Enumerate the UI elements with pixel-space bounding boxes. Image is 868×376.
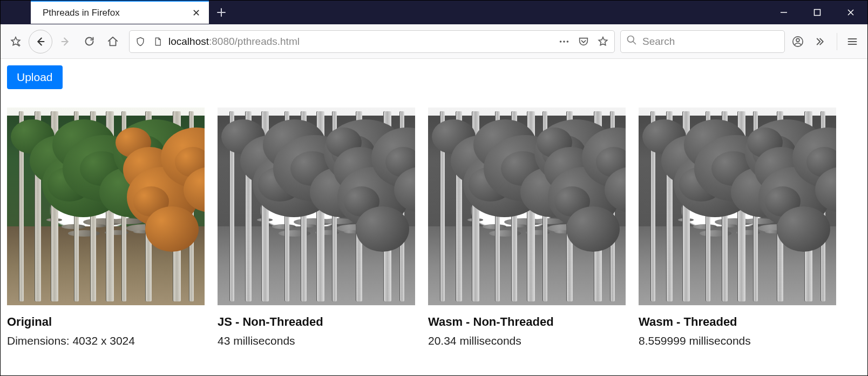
card-title: JS - Non-Threaded xyxy=(218,315,415,329)
reload-button[interactable] xyxy=(78,31,100,52)
window-close-button[interactable] xyxy=(834,1,867,24)
result-card: Wasm - Non-Threaded20.34 milliseconds xyxy=(428,108,626,347)
card-subtext: Dimensions: 4032 x 3024 xyxy=(7,334,205,347)
page-actions-icon[interactable] xyxy=(557,35,571,49)
thumbnail-image xyxy=(428,108,626,305)
result-card: OriginalDimensions: 4032 x 3024 xyxy=(7,108,205,347)
close-tab-icon[interactable]: ✕ xyxy=(191,8,201,18)
separator xyxy=(837,33,837,50)
menu-icon[interactable] xyxy=(842,31,863,52)
account-icon[interactable] xyxy=(787,31,809,52)
card-title: Wasm - Threaded xyxy=(639,315,836,329)
search-placeholder: Search xyxy=(642,36,675,48)
forward-button[interactable] xyxy=(55,31,76,52)
bookmark-star-icon[interactable] xyxy=(596,35,610,49)
browser-tab[interactable]: Pthreads in Firefox ✕ xyxy=(31,1,209,24)
home-button[interactable] xyxy=(102,31,124,52)
pocket-icon[interactable] xyxy=(577,35,591,49)
thumbnail-image xyxy=(639,108,836,305)
upload-button[interactable]: Upload xyxy=(7,65,63,89)
card-subtext: 43 milliseconds xyxy=(218,334,415,347)
titlebar: Pthreads in Firefox ✕ xyxy=(1,1,867,24)
card-title: Wasm - Non-Threaded xyxy=(428,315,626,329)
url-actions xyxy=(557,35,610,49)
toolbar: localhost:8080/pthreads.html Search xyxy=(1,24,867,59)
search-bar[interactable]: Search xyxy=(620,30,785,53)
thumbnail-image xyxy=(7,108,205,305)
image-gallery: OriginalDimensions: 4032 x 3024 JS - Non… xyxy=(7,108,861,347)
minimize-button[interactable] xyxy=(767,1,801,24)
card-subtext: 20.34 milliseconds xyxy=(428,334,626,347)
svg-point-2 xyxy=(563,41,565,43)
svg-point-3 xyxy=(567,41,569,43)
svg-point-6 xyxy=(796,38,799,42)
page-content: Upload OriginalDimensions: 4032 x 3024 J… xyxy=(1,59,867,354)
overflow-icon[interactable] xyxy=(811,31,832,52)
search-icon xyxy=(626,35,637,48)
maximize-button[interactable] xyxy=(801,1,834,24)
card-title: Original xyxy=(7,315,205,329)
result-card: JS - Non-Threaded43 milliseconds xyxy=(218,108,415,347)
result-card: Wasm - Threaded8.559999 milliseconds xyxy=(639,108,836,347)
tracking-shield-icon[interactable] xyxy=(134,35,147,48)
svg-point-1 xyxy=(560,41,562,43)
url-bar[interactable]: localhost:8080/pthreads.html xyxy=(129,30,615,53)
back-button[interactable] xyxy=(29,30,52,53)
window-controls xyxy=(767,1,867,24)
bookmarks-star-icon[interactable] xyxy=(5,31,26,52)
tab-title: Pthreads in Firefox xyxy=(43,8,185,18)
svg-rect-0 xyxy=(815,10,820,16)
page-info-icon[interactable] xyxy=(151,35,164,48)
url-text: localhost:8080/pthreads.html xyxy=(168,36,553,48)
thumbnail-image xyxy=(218,108,415,305)
card-subtext: 8.559999 milliseconds xyxy=(639,334,836,347)
new-tab-button[interactable] xyxy=(212,3,230,22)
